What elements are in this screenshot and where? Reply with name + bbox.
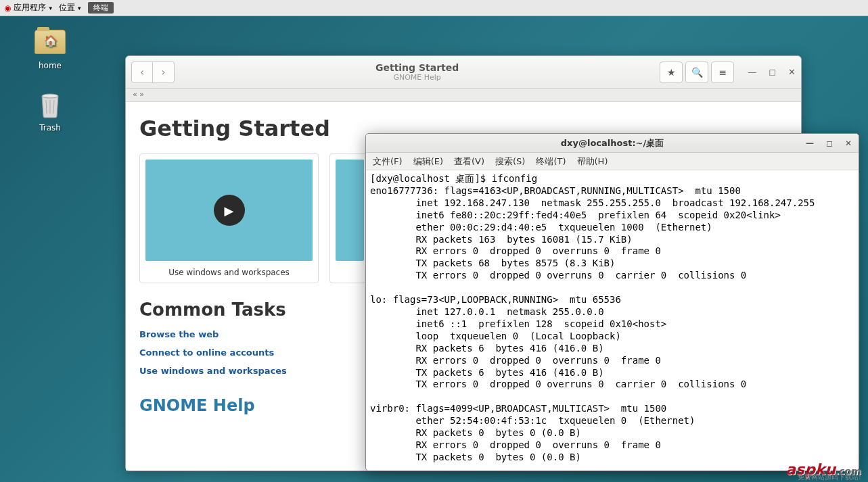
folder-home-icon (35, 30, 66, 54)
top-panel: ◉ 应用程序 ▾ 位置 ▾ 终端 (0, 0, 868, 16)
taskbar-label: 终端 (93, 3, 108, 12)
menu-button[interactable]: ≡ (711, 62, 734, 83)
star-icon: ★ (667, 67, 676, 78)
search-icon: 🔍 (691, 67, 703, 78)
terminal-window: dxy@localhost:~/桌面 — ◻ ✕ 文件(F) 编辑(E) 查看(… (365, 133, 859, 471)
maximize-button[interactable]: ◻ (826, 139, 833, 148)
menu-terminal[interactable]: 终端(T) (536, 155, 566, 168)
panel-applications[interactable]: ◉ 应用程序 ▾ (4, 2, 52, 14)
terminal-output[interactable]: [dxy@localhost 桌面]$ ifconfig eno16777736… (366, 170, 859, 466)
svg-point-0 (42, 94, 58, 98)
menu-help[interactable]: 帮助(H) (577, 155, 608, 168)
chevron-down-icon: ▾ (78, 5, 81, 11)
terminal-title: dxy@localhost:~/桌面 (561, 137, 664, 149)
chevron-down-icon: ▾ (49, 5, 52, 11)
help-card[interactable] (329, 153, 370, 283)
maximize-button[interactable]: ◻ (769, 67, 776, 77)
trash-icon (37, 89, 64, 119)
menu-file[interactable]: 文件(F) (373, 155, 403, 168)
minimize-button[interactable]: — (748, 67, 756, 77)
desktop-icon-label: Trash (39, 123, 61, 132)
card-thumbnail: ▶ (145, 160, 313, 261)
help-titlebar[interactable]: ‹ › Getting Started GNOME Help ★ 🔍 ≡ — ◻… (126, 56, 801, 89)
chevron-right-icon: › (162, 66, 166, 78)
close-button[interactable]: ✕ (845, 139, 852, 148)
terminal-titlebar[interactable]: dxy@localhost:~/桌面 — ◻ ✕ (366, 134, 859, 153)
desktop-icon-trash[interactable]: Trash (34, 89, 66, 132)
play-icon: ▶ (214, 195, 245, 226)
bookmark-button[interactable]: ★ (660, 62, 683, 83)
desktop-icons: home Trash (34, 27, 66, 151)
breadcrumb-text: « » (133, 90, 144, 99)
close-button[interactable]: ✕ (788, 67, 796, 77)
window-title: Getting Started (175, 62, 660, 73)
menu-edit[interactable]: 编辑(E) (413, 155, 443, 168)
panel-places-label: 位置 (59, 2, 75, 14)
nav-back-button[interactable]: ‹ (131, 62, 153, 83)
card-label: Use windows and workspaces (145, 268, 313, 277)
hamburger-icon: ≡ (718, 67, 727, 78)
window-subtitle: GNOME Help (175, 73, 660, 82)
menu-search[interactable]: 搜索(S) (495, 155, 525, 168)
desktop-icon-home[interactable]: home (34, 27, 66, 70)
breadcrumb[interactable]: « » (126, 89, 801, 102)
menu-view[interactable]: 查看(V) (454, 155, 484, 168)
nav-forward-button[interactable]: › (153, 62, 175, 83)
card-thumbnail (336, 160, 364, 261)
panel-apps-label: 应用程序 (14, 2, 46, 14)
terminal-menubar: 文件(F) 编辑(E) 查看(V) 搜索(S) 终端(T) 帮助(H) (366, 153, 859, 170)
minimize-button[interactable]: — (806, 139, 814, 148)
panel-places[interactable]: 位置 ▾ (59, 2, 81, 14)
chevron-left-icon: ‹ (140, 66, 144, 78)
taskbar-item-terminal[interactable]: 终端 (88, 2, 114, 14)
search-button[interactable]: 🔍 (685, 62, 708, 83)
desktop-icon-label: home (39, 61, 62, 70)
watermark-sub: 免费网站源码下载站! (798, 473, 861, 482)
help-card[interactable]: ▶ Use windows and workspaces (139, 153, 319, 283)
